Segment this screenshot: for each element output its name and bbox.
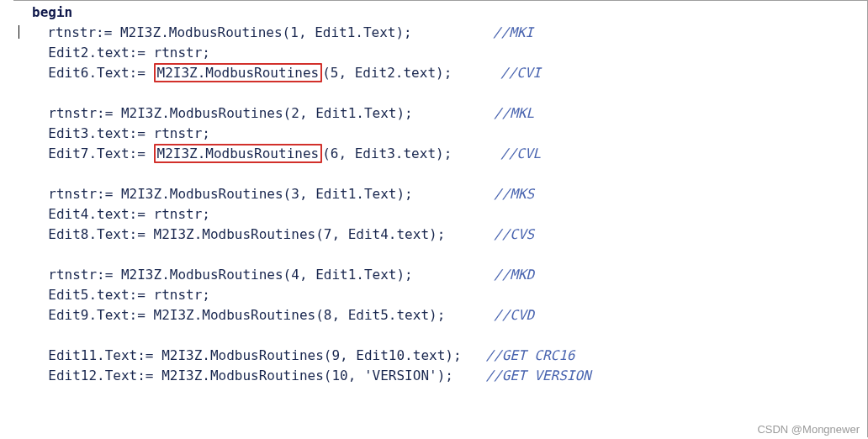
code-text: Edit3.text:= rtnstr; (48, 125, 210, 141)
indent (32, 287, 48, 303)
spacing (413, 267, 494, 283)
code-line[interactable]: Edit3.text:= rtnstr; (32, 124, 867, 144)
code-text: rtnstr:= M2I3Z.ModbusRoutines(1, Edit1.T… (47, 24, 411, 40)
indent (32, 105, 48, 121)
code-text: Edit5.text:= rtnstr; (48, 287, 210, 303)
code-line[interactable]: Edit8.Text:= M2I3Z.ModbusRoutines(7, Edi… (32, 225, 867, 245)
code-area[interactable]: begin rtnstr:= M2I3Z.ModbusRoutines(1, E… (13, 1, 867, 386)
indent (32, 267, 48, 283)
code-line[interactable] (32, 325, 867, 346)
indent (32, 45, 48, 61)
comment: //MKI (493, 24, 533, 40)
comment: //CVD (494, 307, 534, 323)
comment: //MKD (494, 267, 534, 283)
code-line[interactable] (32, 245, 867, 265)
comment: //GET VERSION (485, 368, 590, 383)
code-line[interactable]: rtnstr:= M2I3Z.ModbusRoutines(2, Edit1.T… (32, 103, 867, 124)
indent (32, 65, 48, 81)
code-line[interactable]: rtnstr:= M2I3Z.ModbusRoutines(1, Edit1.T… (32, 23, 867, 43)
indent (32, 125, 48, 141)
comment: //MKS (494, 186, 534, 202)
code-line[interactable]: rtnstr:= M2I3Z.ModbusRoutines(4, Edit1.T… (32, 265, 867, 285)
search-match-highlight: M2I3Z.ModbusRoutines (154, 63, 323, 82)
code-text: Edit8.Text:= M2I3Z.ModbusRoutines(7, Edi… (48, 226, 445, 242)
code-text: (5, Edit2.text); (322, 65, 452, 81)
comment: //MKL (494, 105, 534, 121)
code-text: rtnstr:= M2I3Z.ModbusRoutines(3, Edit1.T… (48, 186, 412, 202)
comment: //CVL (500, 145, 541, 161)
code-line[interactable]: Edit4.text:= rtnstr; (32, 204, 867, 225)
comment: //GET CRC16 (485, 347, 574, 363)
code-text: Edit9.Text:= M2I3Z.ModbusRoutines(8, Edi… (48, 307, 445, 323)
code-editor-frame: begin rtnstr:= M2I3Z.ModbusRoutines(1, E… (13, 0, 868, 437)
text-cursor (19, 25, 19, 39)
code-line[interactable]: Edit6.Text:= M2I3Z.ModbusRoutines(5, Edi… (32, 63, 867, 83)
spacing (462, 347, 486, 363)
indent (32, 186, 48, 202)
indent (32, 206, 48, 222)
comment: //CVI (500, 65, 541, 81)
indent (32, 307, 48, 323)
code-line[interactable] (32, 83, 867, 103)
code-line[interactable] (32, 164, 867, 184)
code-text: Edit4.text:= rtnstr; (48, 206, 210, 222)
code-line[interactable]: Edit5.text:= rtnstr; (32, 285, 867, 305)
code-line[interactable]: Edit9.Text:= M2I3Z.ModbusRoutines(8, Edi… (32, 305, 867, 325)
spacing (412, 24, 493, 40)
indent (31, 24, 47, 40)
indent (32, 226, 48, 242)
indent (32, 145, 48, 161)
code-text: rtnstr:= M2I3Z.ModbusRoutines(4, Edit1.T… (48, 267, 412, 283)
indent (32, 347, 48, 363)
spacing (452, 145, 500, 161)
spacing (413, 105, 494, 121)
search-match-highlight: M2I3Z.ModbusRoutines (154, 144, 323, 163)
spacing (445, 307, 494, 323)
code-text: Edit7.Text:= (48, 145, 153, 161)
spacing (413, 186, 494, 202)
code-line[interactable]: rtnstr:= M2I3Z.ModbusRoutines(3, Edit1.T… (32, 184, 867, 204)
spacing (453, 368, 486, 383)
code-text: Edit11.Text:= M2I3Z.ModbusRoutines(9, Ed… (48, 347, 461, 363)
code-text: Edit6.Text:= (48, 65, 153, 81)
keyword-begin: begin (32, 4, 72, 20)
spacing (445, 226, 494, 242)
code-line[interactable]: Edit12.Text:= M2I3Z.ModbusRoutines(10, '… (32, 366, 867, 386)
code-text: (6, Edit3.text); (322, 145, 452, 161)
code-line[interactable]: Edit11.Text:= M2I3Z.ModbusRoutines(9, Ed… (32, 346, 867, 366)
comment: //CVS (494, 226, 534, 242)
code-text: Edit12.Text:= M2I3Z.ModbusRoutines(10, '… (48, 368, 453, 383)
code-line[interactable]: Edit7.Text:= M2I3Z.ModbusRoutines(6, Edi… (32, 144, 867, 164)
code-text: Edit2.text:= rtnstr; (48, 45, 210, 61)
indent (32, 368, 48, 383)
code-line[interactable]: Edit2.text:= rtnstr; (32, 43, 867, 63)
spacing (452, 65, 500, 81)
code-text: rtnstr:= M2I3Z.ModbusRoutines(2, Edit1.T… (48, 105, 412, 121)
